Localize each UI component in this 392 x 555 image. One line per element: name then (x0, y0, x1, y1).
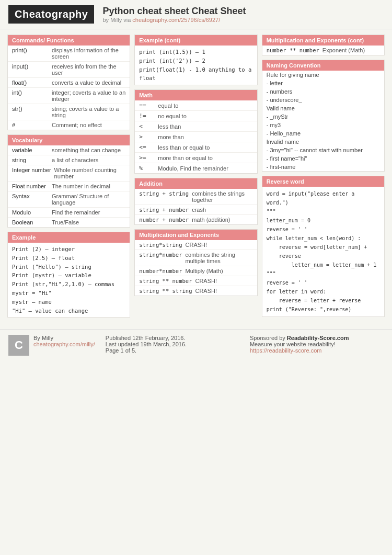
table-row: <=less than or equal to (135, 142, 257, 153)
table-row: #Comment; no effect (8, 120, 130, 130)
multiplication-header: Multiplication and Exponents (135, 230, 257, 240)
list-item: Invalid name (262, 138, 384, 146)
vocabulary-section: Vocabulary variablesomething that can ch… (7, 134, 130, 228)
list-item: Rule for giving name (262, 71, 384, 79)
mult-cont-section: Multiplication and Exponents (cont) numb… (262, 35, 385, 55)
example-cont-body: print (int(1.5)) – 1 print (int('2')) – … (135, 46, 257, 85)
list-item: - first-name (262, 163, 384, 171)
sponsor-desc: Measure your website readability! (250, 341, 384, 347)
list-item: - numbers (262, 87, 384, 96)
vocabulary-body: variablesomething that can change string… (8, 145, 130, 227)
table-row: Float numberThe number in decimal (8, 182, 130, 191)
math-header: Math (135, 90, 257, 100)
table-row: <less than (135, 121, 257, 132)
list-item: - letter (262, 79, 384, 87)
reverse-section: Reverse word word = input("please enter … (262, 176, 385, 317)
footer-author: By Milly cheatography.com/milly/ (33, 335, 95, 347)
logo: Cheatography (8, 5, 94, 24)
list-item: - _myStr (262, 112, 384, 121)
table-row: %Modulo, Find the remainder (135, 163, 257, 173)
table-row: input()receives info from the the user (8, 62, 130, 78)
example-cont-header: Example (cont) (135, 35, 257, 46)
reverse-header: Reverse word (262, 176, 384, 187)
author-link[interactable]: cheatography.com/milly/ (33, 341, 95, 347)
table-row: string + numbercrash (135, 205, 257, 215)
table-row: number + numbermath (addition) (135, 215, 257, 224)
mult-cont-header: Multiplication and Exponents (cont) (262, 35, 384, 46)
header-title: Python cheat sheet Cheat Sheet by Milly … (102, 6, 246, 23)
sponsor-label: Sponsored by Readability-Score.com (250, 335, 384, 341)
column-2: Example (cont) print (int(1.5)) – 1 prin… (132, 35, 259, 300)
footer-sponsor: Sponsored by Readability-Score.com Measu… (250, 335, 384, 354)
table-row: string*numbercombines the string multipl… (135, 250, 257, 266)
table-row: string*stringCRASH! (135, 240, 257, 250)
example-section: Example Print (2) – integer Print (2.5) … (7, 232, 130, 318)
footer: C By Milly cheatography.com/milly/ Publi… (0, 329, 392, 361)
naming-header: Naming Convention (262, 60, 384, 71)
table-row: int()integer; coverts a value to an inte… (8, 88, 130, 104)
table-row: string ** numberCRASH! (135, 276, 257, 286)
table-row: string + stringcombines the strings toge… (135, 189, 257, 205)
table-row: variablesomething that can change (8, 145, 130, 155)
table-row: ModuloFind the remainder (8, 208, 130, 218)
page-title: Python cheat sheet Cheat Sheet (102, 6, 246, 17)
updated-date: Last updated 19th March, 2016. (106, 341, 239, 347)
footer-logo: C (8, 335, 29, 356)
list-item: - first name="hi" (262, 154, 384, 163)
table-row: print()displays information of the scree… (8, 46, 130, 62)
table-row: ==equal to (135, 100, 257, 111)
math-body: ==equal to !=no equal to <less than >mor… (135, 100, 257, 173)
footer-meta: Published 12th February, 2016. Last upda… (106, 335, 239, 354)
naming-section: Naming Convention Rule for giving name -… (262, 60, 385, 172)
commands-body: print()displays information of the scree… (8, 46, 130, 130)
byline: by Milly via cheatography.com/25796/cs/6… (102, 17, 246, 23)
table-row: number*numberMultiply (Math) (135, 266, 257, 276)
math-section: Math ==equal to !=no equal to <less than… (134, 89, 257, 174)
addition-section: Addition string + stringcombines the str… (134, 178, 257, 225)
footer-author-block: C By Milly cheatography.com/milly/ (8, 335, 95, 356)
table-row: float()converts a value to decimal (8, 78, 130, 88)
byline-link[interactable]: cheatography.com/25796/cs/6927/ (132, 17, 220, 23)
table-row: BooleanTrue/False (8, 218, 130, 227)
table-row: >more than (135, 132, 257, 142)
table-row: !=no equal to (135, 111, 257, 121)
list-item: - my3 (262, 121, 384, 129)
reverse-code: word = input("please enter a word.") """… (262, 187, 384, 316)
column-1: Commands/ Functions print()displays info… (5, 35, 132, 322)
example-header: Example (8, 232, 130, 243)
multiplication-body: string*stringCRASH! string*numbercombine… (135, 240, 257, 296)
table-row: number ** number Exponent (Math) (262, 46, 384, 55)
list-item: Valid name (262, 104, 384, 112)
addition-body: string + stringcombines the strings toge… (135, 189, 257, 224)
list-item: - 3my="hi" -- cannot start with number (262, 146, 384, 154)
published-date: Published 12th February, 2016. (106, 335, 239, 341)
table-row: >=more than or equal to (135, 153, 257, 163)
list-item: - Hello_name (262, 129, 384, 138)
table-row: stringa list of characters (8, 155, 130, 165)
column-3: Multiplication and Exponents (cont) numb… (260, 35, 387, 321)
table-row: str()string; coverts a value to a string (8, 104, 130, 120)
table-row: Integer numberWhole number/ counting num… (8, 165, 130, 182)
list-item: - underscore_ (262, 96, 384, 104)
addition-header: Addition (135, 178, 257, 189)
author-label: By Milly (33, 335, 95, 341)
table-row: SyntaxGrammar/ Structure of language (8, 191, 130, 208)
header: Cheatography Python cheat sheet Cheat Sh… (0, 0, 392, 29)
naming-body: Rule for giving name - letter - numbers … (262, 71, 384, 171)
sponsor-link[interactable]: https://readability-score.com (250, 347, 322, 354)
main-content: Commands/ Functions print()displays info… (0, 29, 392, 327)
multiplication-section: Multiplication and Exponents string*stri… (134, 229, 257, 296)
commands-section: Commands/ Functions print()displays info… (7, 35, 130, 130)
example-cont-section: Example (cont) print (int(1.5)) – 1 prin… (134, 35, 257, 85)
page-number: Page 1 of 5. (106, 347, 239, 354)
example-body: Print (2) – integer Print (2.5) – float … (8, 243, 130, 317)
commands-header: Commands/ Functions (8, 35, 130, 46)
table-row: string ** stringCRASH! (135, 286, 257, 296)
vocabulary-header: Vocabulary (8, 135, 130, 145)
mult-cont-body: number ** number Exponent (Math) (262, 46, 384, 55)
